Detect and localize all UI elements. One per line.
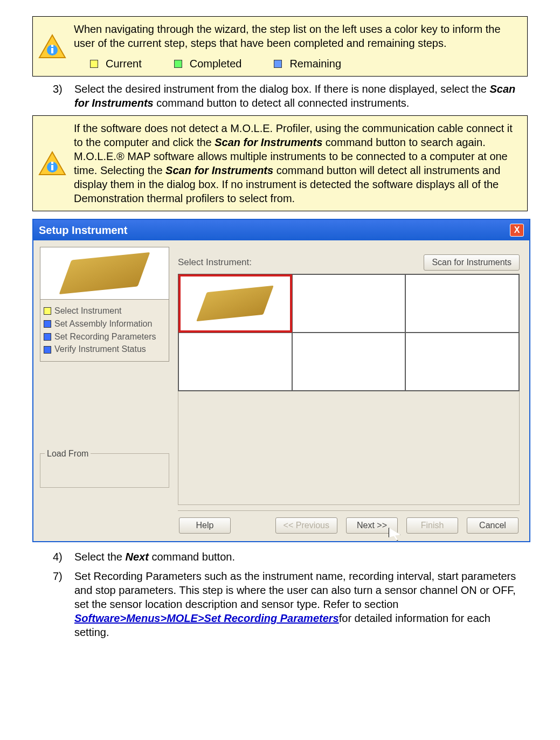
legend-swatch-completed	[174, 60, 182, 68]
instrument-grid	[178, 274, 520, 391]
step-swatch-current	[44, 307, 51, 315]
wizard-step-1: Select Instrument	[54, 306, 122, 317]
step-4: 4) Select the Next command button.	[53, 550, 528, 564]
info-icon	[38, 151, 66, 176]
info-note-scan: If the software does not detect a M.O.L.…	[32, 115, 528, 211]
step-swatch-remaining	[44, 320, 51, 328]
next-button[interactable]: Next >>	[346, 517, 398, 534]
svg-rect-2	[51, 48, 53, 53]
note1-text: When navigating through the wizard, the …	[74, 22, 520, 50]
note2-text: If the software does not detect a M.O.L.…	[74, 121, 520, 205]
recording-parameters-link[interactable]: Software>Menus>MOLE>Set Recording Parame…	[74, 612, 339, 624]
step-7-number: 7)	[53, 569, 63, 583]
step-swatch-remaining	[44, 346, 51, 354]
dialog-titlebar: Setup Instrument X	[33, 220, 529, 240]
instrument-preview	[40, 247, 169, 300]
info-icon	[38, 34, 66, 59]
instrument-cell-3[interactable]	[405, 274, 519, 333]
wizard-step-list: Select Instrument Set Assembly Informati…	[40, 300, 169, 362]
legend-label-remaining: Remaining	[289, 57, 341, 71]
legend-swatch-remaining	[274, 60, 282, 68]
legend-swatch-current	[90, 60, 98, 68]
svg-rect-6	[51, 165, 53, 170]
instrument-cell-2[interactable]	[292, 274, 406, 333]
legend-label-current: Current	[106, 57, 142, 71]
wizard-step-2: Set Assembly Information	[54, 319, 152, 330]
instrument-details-area	[178, 391, 520, 505]
step-3-text-a: Select the desired instrument from the d…	[74, 83, 489, 95]
instrument-cell-1[interactable]	[178, 274, 292, 333]
cancel-button[interactable]: Cancel	[467, 517, 518, 534]
help-button[interactable]: Help	[179, 517, 231, 534]
step-3-text-b: command button to detect all connected i…	[154, 97, 410, 109]
wizard-step-3: Set Recording Parameters	[54, 331, 156, 343]
instrument-cell-5[interactable]	[292, 333, 406, 391]
step-3-number: 3)	[53, 82, 63, 96]
step-7: 7) Set Recording Parameters such as the …	[53, 569, 528, 639]
color-legend: Current Completed Remaining	[74, 57, 520, 71]
dialog-button-row: Help << Previous Next >> Finish Cancel	[178, 510, 520, 535]
svg-rect-7	[51, 162, 53, 164]
step-4-number: 4)	[53, 550, 63, 564]
finish-button: Finish	[406, 517, 458, 534]
legend-label-completed: Completed	[190, 57, 242, 71]
instrument-cell-4[interactable]	[178, 333, 292, 391]
load-from-label: Load From	[45, 448, 91, 460]
svg-rect-3	[51, 45, 53, 47]
step-swatch-remaining	[44, 333, 51, 341]
wizard-step-4: Verify Instrument Status	[54, 344, 146, 355]
setup-instrument-dialog: Setup Instrument X Select Instrument Set…	[32, 219, 530, 542]
previous-button: << Previous	[275, 517, 337, 534]
load-from-group: Load From	[40, 453, 169, 488]
dialog-title: Setup Instrument	[39, 223, 127, 237]
scan-for-instruments-button[interactable]: Scan for Instruments	[424, 254, 520, 271]
step-3: 3) Select the desired instrument from th…	[53, 82, 528, 110]
close-icon[interactable]: X	[510, 224, 524, 237]
select-instrument-label: Select Instrument:	[178, 257, 252, 268]
info-note-color-key: When navigating through the wizard, the …	[32, 16, 528, 77]
instrument-cell-6[interactable]	[405, 333, 519, 391]
